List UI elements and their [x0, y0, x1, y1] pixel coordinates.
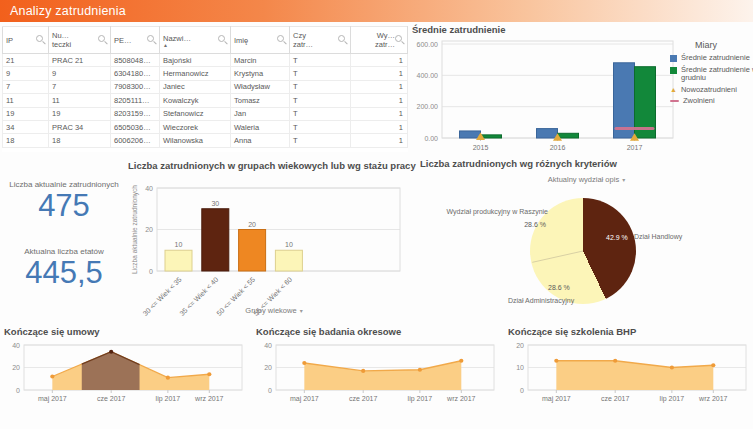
dash-marker[interactable] — [615, 127, 655, 130]
data-point[interactable] — [109, 350, 113, 354]
data-point[interactable] — [302, 361, 306, 365]
search-icon[interactable] — [395, 35, 405, 45]
search-icon[interactable] — [338, 35, 348, 45]
table-cell[interactable]: 2011-01-03 — [408, 94, 409, 107]
table-cell[interactable]: Tomasz — [231, 94, 290, 107]
table-cell[interactable]: 9 — [3, 67, 49, 80]
table-cell[interactable]: 1 — [351, 80, 408, 93]
table-cell[interactable]: Władysław — [231, 80, 290, 93]
data-point[interactable] — [418, 368, 422, 372]
table-cell[interactable]: 7908300… — [111, 80, 160, 93]
table-cell[interactable]: 2011-01-03 — [408, 67, 409, 80]
table-cell[interactable]: 1 — [351, 120, 408, 133]
table-cell[interactable]: 2013-01-01 — [408, 107, 409, 120]
table-cell[interactable]: T — [290, 80, 351, 93]
table-cell[interactable]: 6006206… — [111, 134, 160, 147]
table-cell[interactable]: Anna — [231, 134, 290, 147]
table-cell[interactable]: 8203159… — [111, 107, 160, 120]
table-cell[interactable]: Wilanowska — [160, 134, 231, 147]
table-cell[interactable]: 2015-05-11 — [408, 120, 409, 133]
bar[interactable] — [165, 250, 192, 271]
search-icon[interactable] — [218, 35, 228, 45]
table-cell[interactable]: 9 — [49, 67, 111, 80]
bar[interactable] — [275, 250, 302, 271]
x-axis-dimension-dropdown[interactable]: Grupy wiekowe▾ — [245, 306, 302, 315]
data-point[interactable] — [711, 363, 715, 367]
table-cell[interactable]: 1 — [351, 94, 408, 107]
table-cell[interactable]: 7 — [49, 80, 111, 93]
bar[interactable] — [614, 63, 635, 138]
table-cell[interactable]: 19 — [49, 107, 111, 120]
area-fill[interactable] — [556, 361, 713, 390]
table-cell[interactable]: 2015-09-29 — [408, 54, 409, 67]
legend-item[interactable]: Zwolnieni — [670, 97, 753, 106]
table-cell[interactable]: 1 — [351, 134, 408, 147]
table-cell[interactable]: 2011-01-03 — [408, 80, 409, 93]
legend-item[interactable]: Średnie zatrudnienie w grudniu — [670, 66, 753, 83]
search-icon[interactable] — [98, 35, 108, 45]
bar[interactable] — [481, 135, 502, 138]
column-header[interactable]: Nu… teczki — [49, 27, 111, 54]
table-cell[interactable]: Krystyna — [231, 67, 290, 80]
column-header[interactable]: Nazwi…▲ — [160, 27, 231, 54]
table-cell[interactable]: 7 — [3, 80, 49, 93]
search-icon[interactable] — [147, 35, 157, 45]
highlighted-segment[interactable] — [82, 352, 140, 390]
column-header[interactable]: Data zatru… — [408, 27, 409, 54]
column-header[interactable]: Czy zatr… — [290, 27, 351, 54]
table-cell[interactable]: 18 — [3, 134, 49, 147]
search-icon[interactable] — [36, 35, 46, 45]
area-fill[interactable] — [304, 361, 461, 390]
table-cell[interactable]: Marcin — [231, 54, 290, 67]
data-point[interactable] — [166, 376, 170, 380]
data-point[interactable] — [613, 359, 617, 363]
search-icon[interactable] — [277, 35, 287, 45]
column-header[interactable]: PE… — [111, 27, 160, 54]
table-cell[interactable]: 34 — [3, 120, 49, 133]
data-point[interactable] — [459, 359, 463, 363]
bar[interactable] — [202, 209, 229, 271]
table-cell[interactable]: Kowalczyk — [160, 94, 231, 107]
column-header[interactable]: IP — [3, 27, 49, 54]
table-cell[interactable]: 1 — [351, 107, 408, 120]
table-cell[interactable]: 11 — [3, 94, 49, 107]
data-point[interactable] — [554, 359, 558, 363]
table-cell[interactable]: 19 — [3, 107, 49, 120]
table-cell[interactable]: T — [290, 54, 351, 67]
legend-item[interactable]: ▲Nowozatrudnieni — [670, 86, 753, 95]
table-cell[interactable]: T — [290, 67, 351, 80]
table-cell[interactable]: 6304180… — [111, 67, 160, 80]
table-cell[interactable]: Wieczorek — [160, 120, 231, 133]
table-cell[interactable]: PRAC 21 — [49, 54, 111, 67]
bar[interactable] — [460, 131, 481, 138]
table-cell[interactable]: Bajoński — [160, 54, 231, 67]
table-cell[interactable]: T — [290, 134, 351, 147]
table-cell[interactable]: Stefanowicz — [160, 107, 231, 120]
table-cell[interactable]: 2012-03-15 — [408, 134, 409, 147]
pie-dimension-dropdown[interactable]: Aktualny wydział opis▾ — [548, 175, 625, 184]
table-cell[interactable]: 8508048… — [111, 54, 160, 67]
table-cell[interactable]: 18 — [49, 134, 111, 147]
column-header[interactable]: Wy… zatr… — [351, 27, 408, 54]
bar[interactable] — [558, 133, 579, 138]
data-point[interactable] — [50, 374, 54, 378]
table-cell[interactable]: Janiec — [160, 80, 231, 93]
table-cell[interactable]: 11 — [49, 94, 111, 107]
legend-item[interactable]: Średnie zatrudnienie — [670, 54, 753, 63]
table-cell[interactable]: PRAC 34 — [49, 120, 111, 133]
table-cell[interactable]: Jan — [231, 107, 290, 120]
table-cell[interactable]: 21 — [3, 54, 49, 67]
table-cell[interactable]: 8205111… — [111, 94, 160, 107]
table-cell[interactable]: T — [290, 107, 351, 120]
table-cell[interactable]: 1 — [351, 67, 408, 80]
table-cell[interactable]: T — [290, 120, 351, 133]
bar[interactable] — [239, 230, 266, 272]
table-cell[interactable]: 6505036… — [111, 120, 160, 133]
table-cell[interactable]: 1 — [351, 54, 408, 67]
table-cell[interactable]: Hermanowicz — [160, 67, 231, 80]
data-point[interactable] — [670, 365, 674, 369]
table-cell[interactable]: Waleria — [231, 120, 290, 133]
data-point[interactable] — [361, 369, 365, 373]
data-point[interactable] — [207, 372, 211, 376]
bar[interactable] — [537, 129, 558, 138]
